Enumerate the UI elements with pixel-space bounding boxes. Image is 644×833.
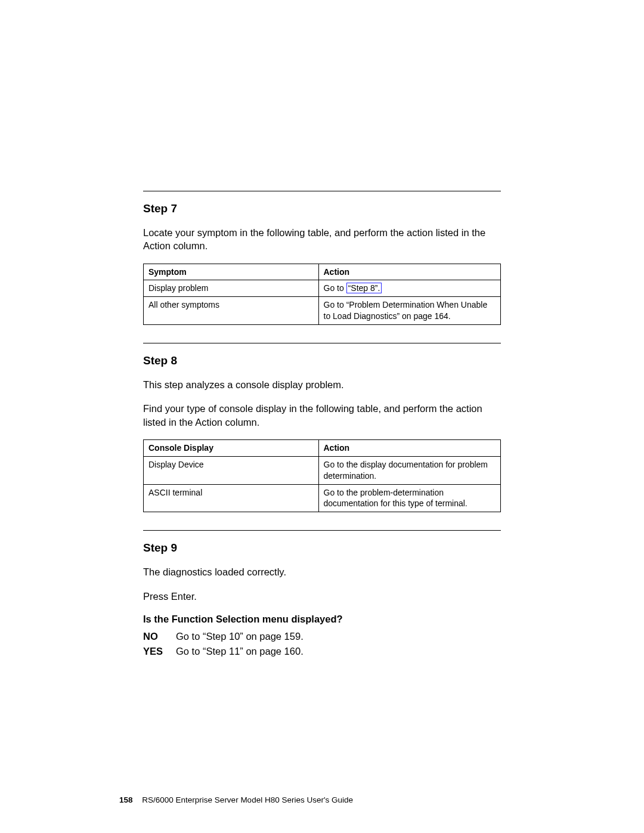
table-row: Display Device Go to the display documen… bbox=[144, 456, 501, 484]
content-area: Step 7 Locate your symptom in the follow… bbox=[143, 191, 501, 657]
answer-yes-text: Go to “Step 11” on page 160. bbox=[176, 646, 304, 657]
answer-no-text: Go to “Step 10” on page 159. bbox=[176, 631, 304, 642]
step7-heading: Step 7 bbox=[143, 202, 501, 215]
cell-action: Go to “Problem Determination When Unable… bbox=[318, 297, 501, 325]
page-footer: 158 RS/6000 Enterprise Server Model H80 … bbox=[119, 795, 353, 804]
answer-yes-row: YES Go to “Step 11” on page 160. bbox=[143, 646, 501, 657]
col-console-display: Console Display bbox=[144, 439, 319, 456]
answer-yes-label: YES bbox=[143, 646, 176, 657]
cell-action: Go to the display documentation for prob… bbox=[318, 456, 501, 484]
table-header-row: Console Display Action bbox=[144, 439, 501, 456]
cell-action: Go to “Step 8”. bbox=[318, 280, 501, 297]
cell-action: Go to the problem-determination document… bbox=[318, 484, 501, 512]
step8-link[interactable]: “Step 8”. bbox=[346, 283, 382, 293]
cell-symptom: All other symptoms bbox=[144, 297, 319, 325]
table-row: ASCII terminal Go to the problem-determi… bbox=[144, 484, 501, 512]
divider bbox=[143, 530, 501, 531]
step9-question: Is the Function Selection menu displayed… bbox=[143, 614, 501, 625]
step8-heading: Step 8 bbox=[143, 354, 501, 367]
footer-title: RS/6000 Enterprise Server Model H80 Seri… bbox=[142, 795, 353, 804]
step9-heading: Step 9 bbox=[143, 541, 501, 555]
divider bbox=[143, 191, 501, 191]
page-number: 158 bbox=[119, 795, 133, 804]
cell-action-prefix: Go to bbox=[324, 283, 346, 293]
step8-table: Console Display Action Display Device Go… bbox=[143, 439, 501, 512]
step7-table: Symptom Action Display problem Go to “St… bbox=[143, 264, 501, 326]
col-action: Action bbox=[318, 264, 501, 280]
document-page: Step 7 Locate your symptom in the follow… bbox=[0, 0, 644, 833]
step7-intro: Locate your symptom in the following tab… bbox=[143, 226, 501, 253]
step8-p2: Find your type of console display in the… bbox=[143, 402, 501, 429]
table-row: Display problem Go to “Step 8”. bbox=[144, 280, 501, 297]
col-symptom: Symptom bbox=[144, 264, 319, 280]
step8-p1: This step analyzes a console display pro… bbox=[143, 378, 501, 391]
col-action: Action bbox=[318, 439, 501, 456]
divider bbox=[143, 343, 501, 343]
answer-no-label: NO bbox=[143, 631, 176, 642]
table-header-row: Symptom Action bbox=[144, 264, 501, 280]
table-row: All other symptoms Go to “Problem Determ… bbox=[144, 297, 501, 325]
step9-p1: The diagnostics loaded correctly. bbox=[143, 565, 501, 578]
step9-p2: Press Enter. bbox=[143, 590, 501, 603]
answer-no-row: NO Go to “Step 10” on page 159. bbox=[143, 631, 501, 642]
cell-console: Display Device bbox=[144, 456, 319, 484]
cell-console: ASCII terminal bbox=[144, 484, 319, 512]
cell-symptom: Display problem bbox=[144, 280, 319, 297]
